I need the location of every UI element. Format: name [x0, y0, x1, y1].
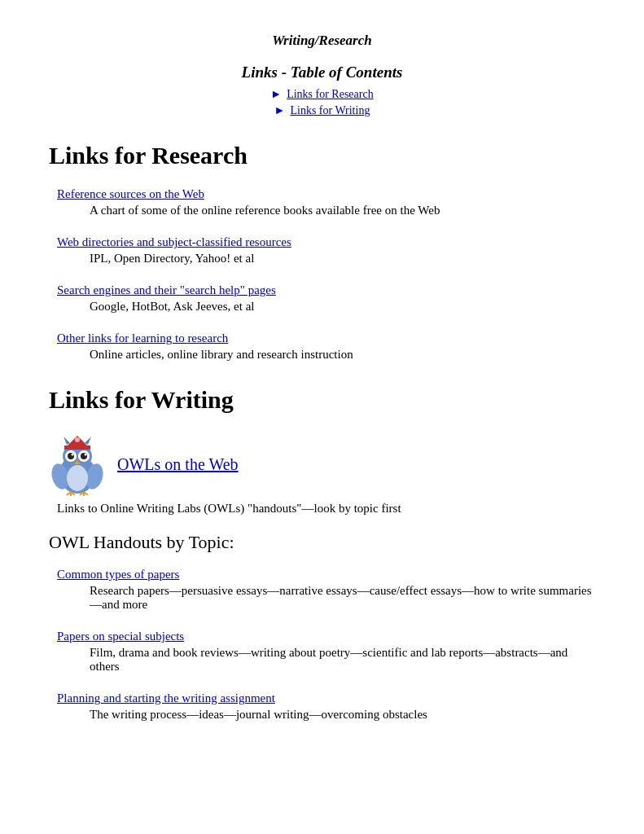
- reference-sources-desc: A chart of some of the online reference …: [90, 204, 595, 217]
- toc-arrow-research: ►: [270, 88, 282, 101]
- other-links-research-desc: Online articles, online library and rese…: [90, 348, 595, 362]
- svg-point-11: [85, 454, 87, 456]
- web-directories-link[interactable]: Web directories and subject-classified r…: [57, 235, 291, 248]
- toc-arrow-writing: ►: [274, 104, 286, 117]
- search-engines-desc: Google, HotBot, Ask Jeeves, et al: [90, 300, 595, 314]
- papers-special-subjects-link[interactable]: Papers on special subjects: [57, 630, 184, 643]
- svg-point-22: [75, 437, 80, 442]
- research-section: Links for Research Reference sources on …: [49, 142, 595, 362]
- toc-link-research[interactable]: Links for Research: [287, 88, 374, 101]
- web-directories-desc: IPL, Open Directory, Yahoo! et al: [90, 252, 595, 266]
- research-item-0: Reference sources on the Web A chart of …: [57, 187, 595, 217]
- common-types-desc: Research papers—persuasive essays—narrat…: [90, 584, 595, 612]
- search-engines-link[interactable]: Search engines and their "search help" p…: [57, 283, 276, 296]
- papers-special-subjects-desc: Film, drama and book reviews—writing abo…: [90, 646, 595, 674]
- toc-title: Links - Table of Contents: [49, 64, 595, 81]
- research-heading: Links for Research: [49, 142, 595, 169]
- owls-on-web-desc: Links to Online Writing Labs (OWLs) "han…: [57, 502, 595, 516]
- owl-icon: [49, 432, 106, 497]
- reference-sources-link[interactable]: Reference sources on the Web: [57, 187, 204, 200]
- handouts-heading: OWL Handouts by Topic:: [49, 532, 595, 553]
- writing-item-1: Papers on special subjects Film, drama a…: [57, 630, 595, 674]
- svg-rect-21: [64, 446, 90, 450]
- owls-on-web-link[interactable]: OWLs on the Web: [117, 455, 239, 474]
- toc-link-writing-row: ► Links for Writing: [49, 104, 595, 117]
- planning-writing-desc: The writing process—ideas—journal writin…: [90, 708, 595, 722]
- svg-point-13: [67, 465, 88, 491]
- planning-writing-link[interactable]: Planning and starting the writing assign…: [57, 691, 275, 705]
- common-types-link[interactable]: Common types of papers: [57, 568, 179, 581]
- other-links-research-link[interactable]: Other links for learning to research: [57, 331, 228, 345]
- writing-heading: Links for Writing: [49, 386, 595, 414]
- writing-item-0: Common types of papers Research papers—p…: [57, 568, 595, 612]
- page-title: Writing/Research: [49, 33, 595, 49]
- svg-point-10: [72, 454, 74, 456]
- research-item-3: Other links for learning to research Onl…: [57, 331, 595, 362]
- owl-row: OWLs on the Web: [49, 432, 595, 497]
- writing-section: Links for Writing: [49, 386, 595, 722]
- svg-marker-5: [85, 437, 91, 445]
- research-item-1: Web directories and subject-classified r…: [57, 235, 595, 266]
- writing-item-2: Planning and starting the writing assign…: [57, 691, 595, 722]
- toc-link-writing[interactable]: Links for Writing: [290, 104, 370, 117]
- toc-link-research-row: ► Links for Research: [49, 88, 595, 101]
- research-item-2: Search engines and their "search help" p…: [57, 283, 595, 314]
- table-of-contents: Links - Table of Contents ► Links for Re…: [49, 64, 595, 117]
- svg-marker-4: [64, 437, 70, 445]
